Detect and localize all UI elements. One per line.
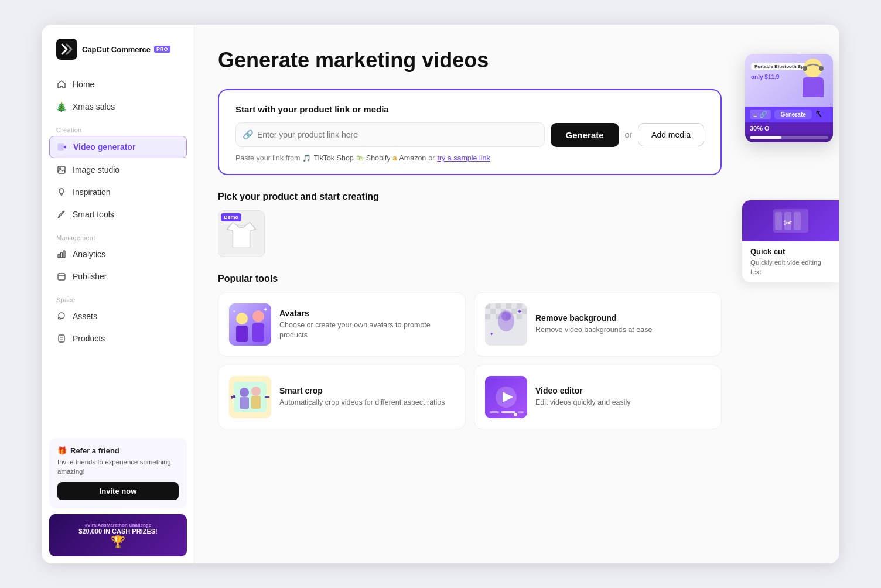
svg-point-51 [819, 66, 824, 71]
sidebar-item-xmas[interactable]: 🎄 Xmas sales [49, 96, 187, 117]
publisher-label: Publisher [73, 272, 107, 281]
products-label: Products [73, 334, 105, 343]
analytics-label: Analytics [73, 249, 105, 259]
product-thumbnail[interactable]: Demo [218, 210, 265, 257]
preview-generate-button[interactable]: Generate [774, 110, 811, 119]
capcut-logo-icon [56, 39, 77, 60]
logo-text-block: CapCut Commerce PRO [82, 45, 170, 54]
sidebar-item-analytics[interactable]: Analytics [49, 244, 187, 265]
tiktok-icon: 🎵 [302, 154, 311, 162]
svg-point-13 [252, 310, 264, 322]
main-content: Generate marketing videos Start with you… [194, 25, 839, 563]
input-card: Start with your product link or media 🔗 … [218, 89, 722, 175]
preview-top: Portable Bluetooth Sp... only $11.9 [745, 54, 833, 107]
sidebar-item-inspiration[interactable]: Inspiration [49, 182, 187, 203]
svg-text:✦: ✦ [263, 306, 268, 313]
inspiration-label: Inspiration [73, 187, 111, 197]
shopify-label[interactable]: Shopify [366, 154, 391, 162]
sidebar-item-publisher[interactable]: Publisher [49, 266, 187, 287]
avatars-desc: Choose or create your own avatars to pro… [279, 320, 455, 341]
paste-label: Paste your link from [235, 154, 300, 162]
preview-card: Portable Bluetooth Sp... only $11.9 ≡ 🔗 … [745, 54, 833, 142]
product-picker: Demo [218, 210, 815, 257]
shopify-icon: 🛍 [356, 154, 364, 162]
svg-rect-2 [58, 166, 65, 173]
tool-card-avatars[interactable]: ✦ ✦ Avatars Choose or create your own av… [218, 292, 466, 357]
tools-grid: ✦ ✦ Avatars Choose or create your own av… [218, 292, 722, 429]
section-creation-label: Creation [49, 118, 187, 136]
logo: CapCut Commerce PRO [42, 39, 194, 74]
sidebar-item-assets[interactable]: Assets [49, 306, 187, 327]
product-section-title: Pick your product and start creating [218, 192, 815, 202]
svg-point-50 [803, 66, 807, 71]
progress-bar-bg [750, 136, 828, 139]
inspiration-icon [56, 187, 67, 197]
video-editor-desc: Edit videos quickly and easily [535, 398, 631, 408]
quick-cut-info: Quick cut Quickly edit vide editing text [742, 241, 839, 282]
link-icon-2: 🔗 [759, 111, 767, 118]
preview-progress-row [745, 134, 833, 142]
tool-card-smart-crop[interactable]: ↗ Smart crop Automatically crop videos f… [218, 365, 466, 429]
home-label: Home [73, 80, 94, 89]
sample-link[interactable]: try a sample link [437, 154, 490, 162]
refer-card: 🎁 Refer a friend Invite friends to exper… [49, 438, 187, 508]
remove-bg-info: Remove background Remove video backgroun… [535, 313, 652, 336]
add-media-button[interactable]: Add media [638, 123, 704, 146]
avatars-thumb: ✦ ✦ [229, 303, 271, 346]
svg-point-38 [251, 387, 261, 396]
smart-crop-info: Smart crop Automatically crop videos for… [279, 386, 445, 408]
invite-button[interactable]: Invite now [57, 482, 179, 500]
video-generator-label: Video generator [73, 142, 135, 152]
app-window: CapCut Commerce PRO Home 🎄 Xmas sales Cr… [42, 25, 839, 563]
svg-rect-20 [506, 303, 511, 309]
svg-text:✦: ✦ [517, 307, 523, 316]
sidebar-item-products[interactable]: Products [49, 328, 187, 349]
sale-text: 30% O [750, 125, 770, 132]
product-section: Pick your product and start creating Dem… [218, 192, 815, 257]
sidebar-item-home[interactable]: Home [49, 74, 187, 95]
video-editor-thumbnail-img [485, 376, 527, 418]
tool-card-remove-bg[interactable]: ✦ ✦ Remove background Remove video backg… [474, 292, 722, 357]
app-name: CapCut Commerce [82, 45, 151, 54]
smart-crop-name: Smart crop [279, 386, 445, 395]
image-studio-label: Image studio [73, 165, 119, 175]
video-generator-icon [57, 142, 67, 152]
sidebar-item-video-generator[interactable]: Video generator [49, 136, 187, 158]
sidebar-item-image-studio[interactable]: Image studio [49, 159, 187, 180]
section-space-label: Space [49, 288, 187, 306]
svg-rect-25 [522, 309, 527, 314]
svg-point-31 [501, 312, 511, 321]
amazon-label[interactable]: Amazon [399, 154, 426, 162]
sidebar-item-smart-tools[interactable]: Smart tools [49, 204, 187, 225]
remove-bg-desc: Remove video backgrounds at ease [535, 325, 652, 336]
input-wrapper: 🔗 [235, 122, 545, 147]
products-icon [56, 333, 67, 344]
svg-rect-8 [59, 335, 64, 342]
tiktok-shop-label[interactable]: TikTok Shop [313, 154, 353, 162]
video-editor-thumb [485, 376, 527, 418]
smart-crop-thumb: ↗ [229, 376, 271, 418]
tool-card-video-editor[interactable]: Video editor Edit videos quickly and eas… [474, 365, 722, 429]
svg-rect-56 [794, 212, 801, 230]
assets-label: Assets [73, 312, 97, 321]
publisher-icon [56, 271, 67, 282]
product-link-input[interactable] [235, 122, 545, 147]
analytics-icon [56, 249, 67, 259]
generate-button[interactable]: Generate [551, 123, 619, 147]
gift-icon: 🎁 [57, 446, 67, 455]
quick-cut-card[interactable]: ✂ Quick cut Quickly edit vide editing te… [742, 200, 839, 282]
promo-banner[interactable]: #ViralAdsMarathon Challenge $20,000 IN C… [49, 514, 187, 556]
svg-rect-19 [496, 303, 501, 309]
page-title: Generate marketing videos [218, 48, 815, 73]
preview-generate-row: ≡ 🔗 Generate [745, 107, 833, 122]
demo-badge: Demo [221, 213, 241, 221]
smart-tools-icon [56, 209, 67, 220]
remove-bg-name: Remove background [535, 313, 652, 323]
smart-crop-thumbnail-img: ↗ [229, 376, 271, 418]
video-editor-name: Video editor [535, 386, 631, 395]
popular-tools-title: Popular tools [218, 274, 815, 284]
svg-rect-22 [490, 309, 496, 314]
preview-illustration [795, 56, 831, 97]
svg-rect-44 [490, 411, 499, 413]
svg-rect-1 [58, 144, 64, 150]
